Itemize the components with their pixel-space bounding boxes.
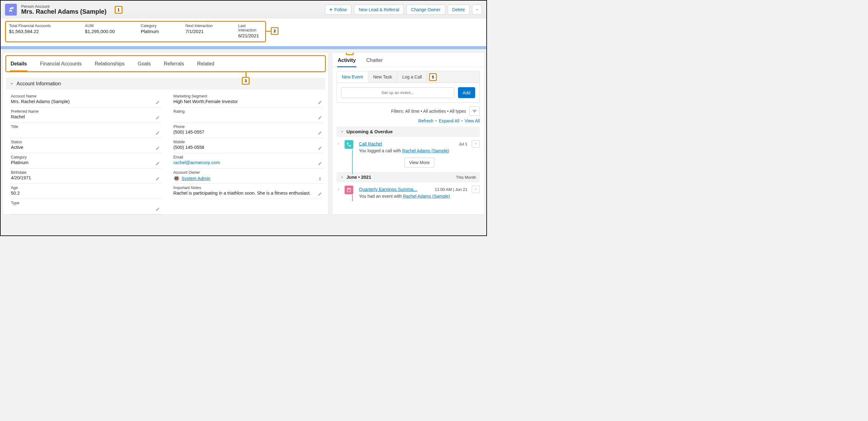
change-owner-button[interactable]: Change Owner <box>406 5 445 14</box>
field-label: Account Owner <box>174 170 324 175</box>
edit-icon[interactable] <box>155 100 160 105</box>
more-actions-button[interactable] <box>472 5 482 14</box>
email-link[interactable]: rachel@acmecorp.com <box>174 160 220 165</box>
field-account-name: Account Name Mrs. Rachel Adams (Sample) <box>11 92 161 107</box>
field-preferred-name: Preferred Name Rachel <box>11 107 161 123</box>
hl-label: AUM <box>85 24 129 28</box>
main-tabs-boxed: Details Financial Accounts Relationships… <box>5 55 326 72</box>
qtab-new-event[interactable]: New Event <box>337 71 368 83</box>
tab-details[interactable]: Details <box>10 59 27 71</box>
callout-3: 3 <box>242 77 250 85</box>
edit-icon[interactable] <box>318 192 323 197</box>
event-subject-input[interactable] <box>341 87 454 98</box>
caret-down-icon <box>474 188 477 191</box>
follow-button[interactable]: +Follow <box>325 5 352 14</box>
edit-icon[interactable] <box>155 131 160 136</box>
field-label: Title <box>11 125 161 129</box>
tab-financial-accounts[interactable]: Financial Accounts <box>39 59 82 71</box>
edit-icon[interactable] <box>155 161 160 166</box>
side-column: Activity Chatter 4 New Event New Task Lo… <box>332 52 485 215</box>
activity-date: 11:00 AM | Jun 21 <box>435 187 467 192</box>
hl-value: Platinum <box>141 29 174 34</box>
field-label: Marketing Segment <box>174 94 324 98</box>
edit-icon[interactable] <box>318 116 323 121</box>
callout-1: 1 <box>115 6 122 14</box>
delete-button[interactable]: Delete <box>448 5 469 14</box>
record-name: Mrs. Rachel Adams (Sample) <box>21 8 106 15</box>
hl-value: 6/21/2021 <box>238 33 262 38</box>
record-header: Person Account Mrs. Rachel Adams (Sample… <box>1 1 486 19</box>
section-account-information[interactable]: Account Information <box>6 78 325 90</box>
qtab-log-a-call[interactable]: Log a Call <box>397 71 427 83</box>
field-important-notes: Important Notes Rachel is participating … <box>174 184 324 199</box>
edit-icon[interactable] <box>318 131 323 136</box>
field-mobile: Mobile (500) 145-0558 <box>174 138 324 153</box>
expand-toggle[interactable] <box>337 187 341 192</box>
timeline-item-event: Quarterly Earnings Summa... 11:00 AM | J… <box>337 183 480 199</box>
hl-value: $1,563,584.22 <box>9 29 73 34</box>
quick-action-body: Add <box>337 83 480 103</box>
tab-related[interactable]: Related <box>196 59 215 71</box>
change-owner-icon[interactable] <box>318 176 323 182</box>
body: Details Financial Accounts Relationships… <box>1 49 486 215</box>
expand-toggle[interactable] <box>337 141 341 147</box>
field-status: Status Active <box>11 138 161 153</box>
field-label: Mobile <box>174 140 324 144</box>
edit-icon[interactable] <box>155 116 160 121</box>
field-category: Category Platinum <box>11 153 161 168</box>
header-text: Person Account Mrs. Rachel Adams (Sample… <box>21 4 106 15</box>
field-type: Type <box>11 199 161 214</box>
field-value: 4/20/1971 <box>11 175 161 182</box>
tab-referrals[interactable]: Referrals <box>163 59 185 71</box>
hl-category: Category Platinum <box>141 24 174 38</box>
refresh-link[interactable]: Refresh <box>418 118 433 123</box>
qtab-new-task[interactable]: New Task <box>368 71 397 83</box>
activity-menu-button[interactable] <box>472 140 480 148</box>
edit-icon[interactable] <box>318 100 323 105</box>
view-more-button[interactable]: View More <box>404 158 434 167</box>
hl-label: Category <box>141 24 174 28</box>
field-phone: Phone (500) 145-0557 <box>174 123 324 138</box>
edit-icon[interactable] <box>155 146 160 151</box>
activity-menu-button[interactable] <box>472 186 480 193</box>
edit-icon[interactable] <box>155 176 160 182</box>
field-value: Mrs. Rachel Adams (Sample) <box>11 99 161 105</box>
follow-label: Follow <box>334 7 347 12</box>
hl-value: 7/1/2021 <box>185 29 226 34</box>
activity-subtext: You logged a call with Rachel Adams (Sam… <box>359 148 480 153</box>
timeline-item-call: Call Rachel Jul 1 You logged a call with… <box>337 137 480 172</box>
field-value <box>11 130 161 136</box>
new-lead-referral-button[interactable]: New Lead & Referral <box>354 5 404 14</box>
edit-icon[interactable] <box>318 161 323 166</box>
tab-relationships[interactable]: Relationships <box>94 59 125 71</box>
tab-goals[interactable]: Goals <box>137 59 151 71</box>
plus-icon: + <box>330 7 333 12</box>
field-label: Preferred Name <box>11 109 161 114</box>
filter-button[interactable] <box>469 106 480 116</box>
hl-label: Next Interaction <box>185 24 226 28</box>
field-title: Title <box>11 123 161 138</box>
section-right-label: This Month <box>456 175 476 180</box>
field-value <box>11 206 161 212</box>
activity-title-link[interactable]: Quarterly Earnings Summa... <box>359 187 432 192</box>
tab-chatter[interactable]: Chatter <box>366 56 383 67</box>
owner-link[interactable]: System Admin <box>182 176 211 181</box>
expand-all-link[interactable]: Expand All <box>439 118 459 123</box>
upcoming-overdue-header[interactable]: Upcoming & Overdue <box>337 126 480 137</box>
view-all-link[interactable]: View All <box>465 118 480 123</box>
chevron-down-icon <box>340 175 344 179</box>
related-record-link[interactable]: Rachel Adams (Sample) <box>402 148 449 153</box>
timeline-line <box>352 195 353 201</box>
tab-activity[interactable]: Activity <box>337 56 356 67</box>
edit-icon[interactable] <box>155 207 160 212</box>
related-record-link[interactable]: Rachel Adams (Sample) <box>403 194 450 199</box>
filter-icon <box>472 109 477 114</box>
month-header[interactable]: June • 2021 This Month <box>337 172 480 183</box>
hl-last-interaction: Last Interaction 6/21/2021 <box>238 24 262 38</box>
add-button[interactable]: Add <box>458 87 475 98</box>
edit-icon[interactable] <box>318 146 323 151</box>
side-tabs: Activity Chatter <box>332 53 484 67</box>
activity-date: Jul 1 <box>459 142 467 147</box>
activity-title-link[interactable]: Call Rachel <box>359 141 456 147</box>
callout-connector <box>266 31 271 32</box>
